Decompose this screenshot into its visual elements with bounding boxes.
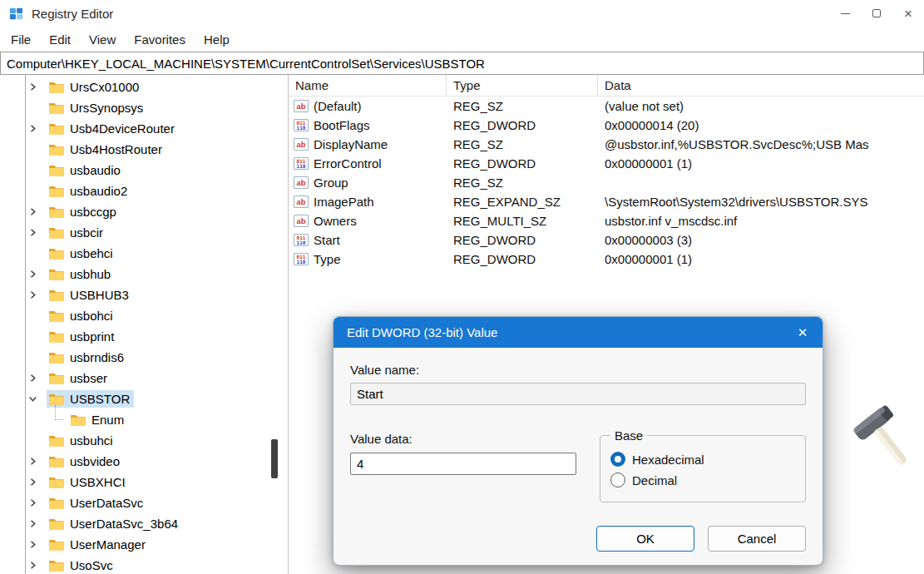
menu-favorites[interactable]: Favorites bbox=[125, 30, 195, 49]
tree-node[interactable]: Usb4HostRouter bbox=[47, 141, 166, 158]
value-data-field[interactable] bbox=[350, 453, 576, 475]
tree-node[interactable]: usbrndis6 bbox=[47, 349, 128, 366]
chevron-spacer bbox=[50, 414, 68, 426]
tree-item-label: usbvideo bbox=[70, 454, 120, 468]
address-bar[interactable]: Computer\HKEY_LOCAL_MACHINE\SYSTEM\Curre… bbox=[0, 52, 924, 75]
value-name-cell: 011110BootFlags bbox=[289, 118, 447, 132]
tree-item-usbaudio[interactable]: usbaudio bbox=[0, 160, 288, 181]
chevron-right-icon[interactable] bbox=[28, 123, 47, 135]
tree-item-usbehci[interactable]: usbehci bbox=[0, 243, 288, 264]
tree-node[interactable]: usbaudio2 bbox=[47, 182, 131, 200]
tree-node[interactable]: UrsSynopsys bbox=[47, 99, 147, 116]
folder-icon bbox=[48, 309, 65, 323]
tree-node[interactable]: usbser bbox=[47, 369, 111, 387]
value-name-text: (Default) bbox=[314, 99, 362, 113]
tree-node[interactable]: Enum bbox=[68, 411, 128, 428]
registry-value-row-owners[interactable]: abOwnersREG_MULTI_SZusbstor.inf v_mscdsc… bbox=[289, 211, 924, 230]
tree-node[interactable]: usbaudio bbox=[47, 161, 125, 179]
radio-hexadecimal[interactable]: Hexadecimal bbox=[610, 452, 795, 467]
menu-file[interactable]: File bbox=[2, 30, 40, 49]
tree-item-usbser[interactable]: usbser bbox=[0, 368, 288, 388]
tree-node[interactable]: usbohci bbox=[47, 307, 117, 324]
chevron-down-icon[interactable] bbox=[28, 393, 47, 405]
tree-item-UserDataSvc[interactable]: UserDataSvc bbox=[0, 492, 288, 513]
tree-item-Enum[interactable]: Enum bbox=[0, 409, 288, 430]
tree-item-usbrndis6[interactable]: usbrndis6 bbox=[0, 347, 288, 368]
tree-node[interactable]: Usb4DeviceRouter bbox=[47, 120, 179, 137]
tree-node[interactable]: usbehci bbox=[47, 245, 117, 262]
tree-item-usbaudio2[interactable]: usbaudio2 bbox=[0, 181, 288, 201]
tree-node[interactable]: USBXHCI bbox=[47, 473, 130, 491]
folder-icon bbox=[48, 538, 65, 552]
registry-value-row-errorcontrol[interactable]: 011110ErrorControlREG_DWORD0x00000001 (1… bbox=[289, 154, 924, 173]
tree-node[interactable]: UrsCx01000 bbox=[47, 78, 143, 96]
tree-item-UrsSynopsys[interactable]: UrsSynopsys bbox=[0, 97, 288, 118]
tree-node[interactable]: UserDataSvc bbox=[47, 494, 147, 512]
column-header-name[interactable]: Name bbox=[289, 75, 447, 96]
tree-item-usbprint[interactable]: usbprint bbox=[0, 326, 288, 347]
tree-item-USBSTOR[interactable]: USBSTOR bbox=[0, 388, 288, 409]
chevron-right-icon[interactable] bbox=[28, 82, 47, 93]
registry-value-row-start[interactable]: 011110StartREG_DWORD0x00000003 (3) bbox=[289, 230, 924, 250]
registry-value-row-group[interactable]: abGroupREG_SZ bbox=[289, 173, 924, 192]
chevron-right-icon[interactable] bbox=[28, 373, 47, 384]
maximize-button[interactable] bbox=[861, 0, 892, 27]
column-header-data[interactable]: Data bbox=[598, 75, 924, 96]
folder-icon bbox=[48, 268, 65, 281]
radio-decimal[interactable]: Decimal bbox=[610, 473, 795, 487]
tree-item-UsoSvc[interactable]: UsoSvc bbox=[0, 555, 288, 574]
value-name-text: BootFlags bbox=[314, 118, 370, 132]
chevron-right-icon[interactable] bbox=[28, 269, 47, 280]
tree-item-Usb4DeviceRouter[interactable]: Usb4DeviceRouter bbox=[0, 118, 288, 139]
tree-node[interactable]: usbprint bbox=[47, 328, 118, 345]
registry-value-row-type[interactable]: 011110TypeREG_DWORD0x00000001 (1) bbox=[289, 250, 924, 269]
chevron-right-icon[interactable] bbox=[28, 289, 47, 301]
tree-item-usbcir[interactable]: usbcir bbox=[0, 222, 288, 243]
tree-node[interactable]: usbccgp bbox=[47, 203, 121, 220]
tree-item-UserManager[interactable]: UserManager bbox=[0, 534, 288, 555]
registry-value-row-imagepath[interactable]: abImagePathREG_EXPAND_SZ\SystemRoot\Syst… bbox=[289, 192, 924, 211]
dialog-close-button[interactable]: ✕ bbox=[783, 317, 823, 348]
registry-value-row-bootflags[interactable]: 011110BootFlagsREG_DWORD0x00000014 (20) bbox=[289, 116, 924, 135]
value-name-cell: ab(Default) bbox=[289, 99, 447, 113]
chevron-right-icon[interactable] bbox=[28, 206, 47, 218]
close-button[interactable]: × bbox=[892, 0, 924, 27]
column-header-type[interactable]: Type bbox=[447, 75, 598, 96]
tree-item-UrsCx01000[interactable]: UrsCx01000 bbox=[0, 77, 288, 97]
chevron-right-icon[interactable] bbox=[28, 227, 47, 239]
tree-item-usbvideo[interactable]: usbvideo bbox=[0, 451, 288, 472]
tree-node[interactable]: usbcir bbox=[47, 224, 107, 241]
minimize-button[interactable] bbox=[829, 0, 861, 27]
tree-item-UserDataSvc_3b64[interactable]: UserDataSvc_3b64 bbox=[0, 513, 288, 534]
tree-item-USBHUB3[interactable]: USBHUB3 bbox=[0, 285, 288, 305]
tree-item-usbohci[interactable]: usbohci bbox=[0, 305, 288, 326]
registry-value-row-displayname[interactable]: abDisplayNameREG_SZ@usbstor.inf,%USBSTOR… bbox=[289, 135, 924, 154]
tree-node[interactable]: usbhub bbox=[47, 265, 115, 283]
tree-item-usbuhci[interactable]: usbuhci bbox=[0, 430, 288, 451]
menu-view[interactable]: View bbox=[80, 30, 125, 49]
value-name-field[interactable] bbox=[350, 383, 806, 405]
tree-node[interactable]: UserManager bbox=[47, 536, 150, 553]
tree-node[interactable]: usbuhci bbox=[47, 432, 117, 449]
tree-item-Usb4HostRouter[interactable]: Usb4HostRouter bbox=[0, 139, 288, 160]
tree-node[interactable]: USBHUB3 bbox=[47, 286, 133, 304]
chevron-right-icon[interactable] bbox=[28, 497, 47, 509]
chevron-right-icon[interactable] bbox=[28, 539, 47, 551]
menu-help[interactable]: Help bbox=[195, 30, 239, 49]
registry-value-row-default[interactable]: ab(Default)REG_SZ(value not set) bbox=[289, 96, 924, 116]
tree-item-usbccgp[interactable]: usbccgp bbox=[0, 201, 288, 222]
tree-node[interactable]: UsoSvc bbox=[47, 557, 117, 574]
chevron-right-icon[interactable] bbox=[28, 456, 47, 468]
ok-button[interactable]: OK bbox=[596, 526, 694, 552]
tree-item-USBXHCI[interactable]: USBXHCI bbox=[0, 472, 288, 492]
value-data-cell: (value not set) bbox=[598, 99, 924, 113]
tree-node[interactable]: UserDataSvc_3b64 bbox=[47, 515, 182, 532]
chevron-right-icon[interactable] bbox=[28, 477, 47, 488]
tree-node[interactable]: usbvideo bbox=[47, 453, 124, 470]
menu-edit[interactable]: Edit bbox=[40, 30, 80, 49]
chevron-right-icon[interactable] bbox=[28, 518, 47, 530]
tree-item-usbhub[interactable]: usbhub bbox=[0, 264, 288, 285]
tree-scrollbar-thumb[interactable] bbox=[271, 439, 278, 478]
chevron-right-icon[interactable] bbox=[28, 560, 47, 572]
cancel-button[interactable]: Cancel bbox=[708, 526, 806, 552]
